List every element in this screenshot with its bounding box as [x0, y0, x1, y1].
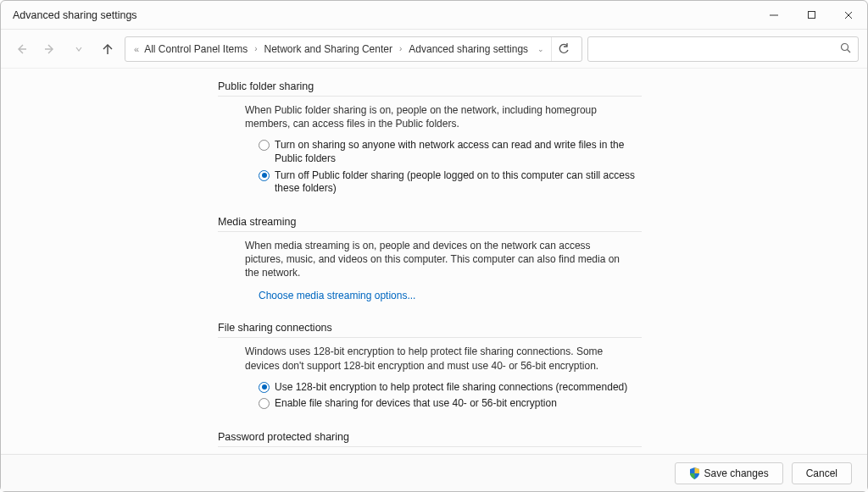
radio-fsc-128[interactable]: Use 128-bit encryption to help protect f…: [218, 379, 642, 396]
breadcrumb[interactable]: All Control Panel Items: [134, 43, 248, 55]
up-button[interactable]: [96, 37, 120, 61]
address-dropdown[interactable]: ⌄: [537, 45, 544, 53]
section-description: When media streaming is on, people and d…: [218, 239, 625, 287]
search-box[interactable]: [587, 36, 859, 62]
search-input[interactable]: [595, 42, 840, 56]
content-area: Public folder sharing When Public folder…: [1, 69, 867, 454]
radio-icon: [259, 140, 270, 151]
section-public-folder-sharing-title: Public folder sharing: [218, 74, 642, 97]
arrow-left-icon: [14, 42, 28, 56]
title-bar: Advanced sharing settings: [1, 1, 867, 30]
radio-label: Turn on sharing so anyone with network a…: [275, 139, 642, 165]
refresh-button[interactable]: [551, 37, 575, 61]
recent-button[interactable]: [67, 37, 91, 61]
refresh-icon: [558, 43, 570, 55]
chevron-right-icon: ›: [251, 44, 260, 53]
section-description: When Public folder sharing is on, people…: [218, 103, 625, 137]
svg-point-7: [842, 43, 849, 50]
back-button[interactable]: [9, 37, 33, 61]
breadcrumb[interactable]: Advanced sharing settings: [409, 43, 528, 55]
radio-pfs-off[interactable]: Turn off Public folder sharing (people l…: [218, 168, 642, 197]
window-title: Advanced sharing settings: [13, 9, 137, 21]
cancel-button[interactable]: Cancel: [792, 462, 852, 484]
shield-icon: [689, 467, 700, 479]
svg-line-8: [848, 49, 851, 53]
media-streaming-link-row: Choose media streaming options...: [218, 286, 659, 307]
section-file-sharing-title: File sharing connections: [218, 315, 642, 338]
minimize-icon: [769, 10, 779, 20]
button-label: Cancel: [806, 467, 837, 479]
chevron-down-icon: [75, 45, 83, 53]
breadcrumb[interactable]: Network and Sharing Center: [264, 43, 392, 55]
close-button[interactable]: [830, 3, 867, 28]
radio-fsc-40[interactable]: Enable file sharing for devices that use…: [218, 395, 642, 412]
address-bar[interactable]: All Control Panel Items › Network and Sh…: [125, 36, 582, 62]
chevron-right-icon: ›: [396, 44, 405, 53]
maximize-button[interactable]: [793, 3, 830, 28]
window-controls: [755, 3, 867, 28]
radio-label: Use 128-bit encryption to help protect f…: [275, 381, 627, 395]
choose-media-streaming-link[interactable]: Choose media streaming options...: [259, 290, 415, 301]
minimize-button[interactable]: [755, 3, 793, 28]
radio-icon: [259, 170, 270, 181]
nav-row: All Control Panel Items › Network and Sh…: [1, 30, 867, 69]
maximize-icon: [807, 10, 816, 19]
section-description: Windows uses 128-bit encryption to help …: [218, 345, 625, 379]
radio-icon: [259, 398, 270, 409]
search-icon[interactable]: [840, 42, 851, 56]
close-icon: [843, 10, 854, 20]
arrow-up-icon: [101, 42, 114, 56]
button-label: Save changes: [704, 467, 769, 479]
radio-label: Turn off Public folder sharing (people l…: [275, 169, 642, 196]
radio-pfs-on[interactable]: Turn on sharing so anyone with network a…: [218, 137, 642, 167]
radio-icon: [259, 382, 270, 393]
section-password-sharing-title: Password protected sharing: [218, 424, 642, 447]
arrow-right-icon: [43, 42, 57, 56]
section-media-streaming-title: Media streaming: [218, 209, 642, 232]
forward-button[interactable]: [38, 37, 62, 61]
footer-bar: Save changes Cancel: [1, 454, 867, 491]
save-changes-button[interactable]: Save changes: [675, 462, 783, 484]
settings-panel: Public folder sharing When Public folder…: [218, 74, 659, 454]
explorer-window: Advanced sharing settings All C: [0, 0, 868, 492]
svg-rect-1: [808, 12, 815, 19]
radio-label: Enable file sharing for devices that use…: [275, 397, 557, 411]
